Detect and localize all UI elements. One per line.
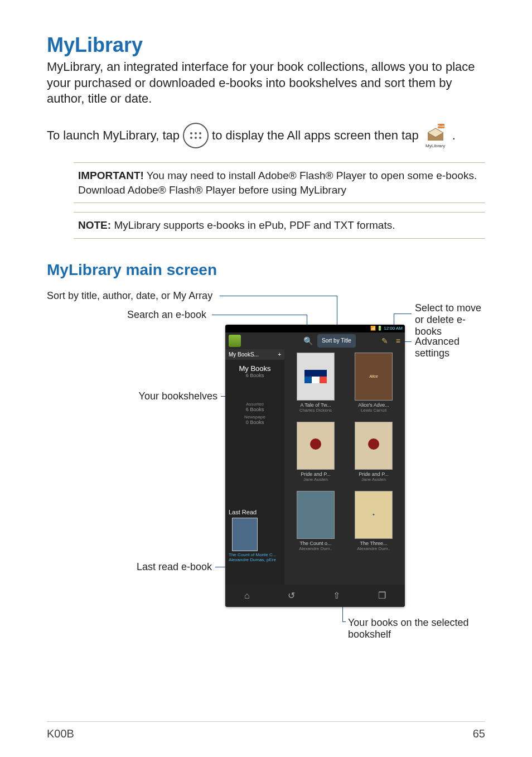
shelf-name: Newspape	[228, 414, 282, 420]
sidebar: My BookS... + My Books 6 Books Assorted …	[225, 349, 284, 585]
important-label: IMPORTANT!	[78, 170, 144, 181]
book-author: Lewis Carroll	[361, 408, 386, 413]
book-title: Pride and P...	[359, 471, 388, 477]
book-author: Jane Austen	[361, 477, 386, 482]
svg-point-4	[195, 137, 197, 139]
last-read-title: The Count of Monte C...	[229, 552, 288, 557]
book-cover: Alice	[355, 353, 393, 401]
status-icons: 📶 🔋	[370, 326, 383, 331]
advanced-menu-icon[interactable]: ≡	[396, 336, 400, 345]
nav-back-icon[interactable]: ↺	[288, 590, 295, 601]
svg-point-14	[310, 438, 321, 450]
last-read-label: Last Read	[229, 509, 288, 515]
book-author: Alexandre Dum..	[299, 546, 332, 551]
note-notice: NOTE: MyLibrary supports e-books in ePub…	[74, 212, 485, 239]
last-read-author: Alexandre Dumas, pEre	[229, 557, 288, 562]
note-label: NOTE:	[78, 219, 111, 231]
launch-text-pre: To launch MyLibrary, tap	[47, 127, 180, 144]
sidebar-item-assorted[interactable]: Assorted 6 Books Newspape 0 Books	[225, 383, 284, 430]
callout-select: Select to move or delete e-books	[415, 302, 485, 337]
shelf-count: 6 Books	[228, 373, 282, 378]
book-author: Alexandre Dum..	[357, 546, 390, 551]
book-item[interactable]: Pride and P... Jane Austen	[288, 422, 344, 489]
book-title: Pride and P...	[301, 471, 330, 477]
book-item[interactable]: A Tale of Tw... Charles Dickens	[288, 353, 344, 420]
section-subtitle: MyLibrary main screen	[47, 261, 485, 279]
book-title: A Tale of Tw...	[300, 402, 331, 408]
svg-point-1	[195, 132, 197, 134]
launch-text-post: .	[452, 127, 456, 144]
add-shelf-icon[interactable]: +	[278, 351, 281, 358]
footer-model: K00B	[47, 727, 74, 740]
note-body: MyLibrary supports e-books in ePub, PDF …	[111, 219, 395, 231]
book-cover	[355, 422, 393, 470]
page-title: MyLibrary	[47, 33, 485, 57]
svg-point-5	[199, 137, 201, 139]
shelf-name: My Books	[228, 364, 282, 373]
book-title: Alice's Adve...	[358, 402, 389, 408]
search-icon[interactable]: 🔍	[303, 336, 313, 345]
svg-point-15	[368, 438, 379, 450]
shelf-count: 6 Books	[228, 407, 282, 412]
callout-yourbooks: Your books on the selected bookshelf	[348, 617, 485, 640]
svg-rect-12	[304, 377, 312, 383]
callout-sort: Sort by title, author, date, or My Array	[47, 290, 212, 302]
launch-paragraph: To launch MyLibrary, tap to display the …	[47, 123, 485, 149]
callout-advanced: Advanced settings	[415, 336, 485, 359]
app-screenshot: 📶 🔋 12:00 AM 🔍 Sort by Title ✎ ≡ My Book…	[225, 325, 405, 607]
important-notice: IMPORTANT! You may need to install Adobe…	[74, 162, 485, 203]
book-item[interactable]: Alice Alice's Adve... Lewis Carroll	[346, 353, 402, 420]
sidebar-tab-label: My BookS...	[229, 351, 259, 358]
book-cover	[297, 422, 335, 470]
last-read-cover	[232, 518, 258, 551]
mylibrary-icon-caption: MyLibrary	[425, 143, 445, 149]
status-bar: 📶 🔋 12:00 AM	[225, 325, 405, 332]
page-footer: K00B 65	[47, 721, 485, 740]
svg-point-3	[190, 137, 192, 139]
book-title: The Three...	[360, 541, 388, 546]
sidebar-tab[interactable]: My BookS... +	[225, 349, 284, 360]
sort-dropdown[interactable]: Sort by Title	[317, 334, 356, 348]
callout-lastread: Last read e-book	[95, 561, 212, 573]
book-cover	[297, 353, 335, 401]
book-cover	[297, 491, 335, 539]
last-read-panel[interactable]: Last Read The Count of Monte C... Alexan…	[225, 509, 288, 562]
all-apps-icon	[183, 123, 209, 148]
status-time: 12:00 AM	[384, 326, 403, 331]
nav-up-icon[interactable]: ⇧	[333, 590, 340, 601]
launch-text-mid: to display the All apps screen then tap	[212, 127, 419, 144]
annotated-diagram: Sort by title, author, date, or My Array…	[47, 290, 485, 636]
book-title: The Count o...	[299, 541, 331, 546]
intro-paragraph: MyLibrary, an integrated interface for y…	[47, 59, 485, 107]
footer-page-number: 65	[473, 727, 485, 740]
callout-search: Search an e-book	[89, 309, 206, 321]
sidebar-item-mybooks[interactable]: My Books 6 Books	[225, 360, 284, 383]
callout-bookshelves: Your bookshelves	[100, 390, 217, 402]
svg-text:Book: Book	[438, 124, 444, 128]
book-author: Jane Austen	[303, 477, 328, 482]
shelf-name: Assorted	[228, 402, 282, 407]
svg-point-0	[190, 132, 192, 134]
shelf-count: 0 Books	[228, 420, 282, 425]
book-item[interactable]: The Count o... Alexandre Dum..	[288, 491, 344, 558]
nav-recent-icon[interactable]: ❐	[378, 590, 386, 601]
book-grid: A Tale of Tw... Charles Dickens Alice Al…	[284, 349, 405, 585]
book-author: Charles Dickens	[299, 408, 332, 413]
mylibrary-app-icon: Book MyLibrary	[422, 123, 449, 149]
book-item[interactable]: ✦ The Three... Alexandre Dum..	[346, 491, 402, 558]
book-cover: ✦	[355, 491, 393, 539]
book-item[interactable]: Pride and P... Jane Austen	[346, 422, 402, 489]
system-navbar: ⌂ ↺ ⇧ ❐	[225, 585, 405, 607]
svg-rect-10	[304, 370, 327, 377]
app-badge-icon[interactable]	[229, 335, 241, 347]
edit-icon[interactable]: ✎	[381, 336, 388, 345]
svg-rect-13	[320, 377, 327, 383]
svg-point-2	[199, 132, 201, 134]
nav-home-icon[interactable]: ⌂	[244, 591, 250, 601]
app-toolbar: 🔍 Sort by Title ✎ ≡	[225, 332, 405, 349]
